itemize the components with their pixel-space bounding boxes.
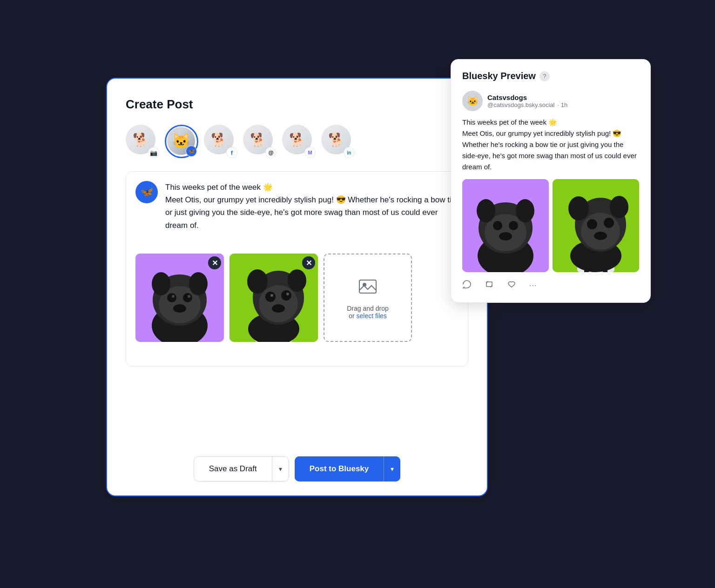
svg-point-32 <box>509 221 518 230</box>
svg-point-9 <box>152 272 170 295</box>
compose-header: 🦋 This weeks pet of the week 🌟 Meet Otis… <box>135 181 459 246</box>
post-button-group: Post to Bluesky ▾ <box>295 456 401 481</box>
account-avatar-1[interactable]: 📷 <box>126 125 159 158</box>
preview-image-1 <box>462 179 549 272</box>
bluesky-avatar: 🦋 <box>135 181 158 203</box>
image-upload-row: ✕ <box>135 254 459 342</box>
svg-point-8 <box>173 304 186 313</box>
svg-point-20 <box>270 294 273 297</box>
svg-point-43 <box>587 219 597 229</box>
bottom-actions: Save as Draft ▾ Post to Bluesky ▾ <box>107 456 487 481</box>
svg-point-19 <box>281 290 291 301</box>
avatar-row: 📷 🦋 f @ M <box>126 125 468 158</box>
preview-images <box>462 179 639 272</box>
remove-image-2-button[interactable]: ✕ <box>302 256 315 269</box>
save-draft-button[interactable]: Save as Draft <box>194 457 272 481</box>
svg-point-47 <box>610 196 628 218</box>
svg-point-46 <box>568 196 589 220</box>
account-avatar-3[interactable]: f <box>204 125 237 158</box>
platform-badge-instagram: 📷 <box>148 147 159 158</box>
preview-title-row: Bluesky Preview ? <box>462 71 639 81</box>
svg-point-18 <box>265 292 276 302</box>
save-draft-button-group: Save as Draft ▾ <box>194 456 289 481</box>
svg-point-24 <box>288 269 306 292</box>
reply-icon[interactable] <box>462 280 472 291</box>
remove-image-1-button[interactable]: ✕ <box>208 256 221 269</box>
image-thumb-2: ✕ <box>229 254 318 342</box>
preview-title: Bluesky Preview <box>462 71 536 81</box>
preview-handle: @catsvsdogs.bsky.social <box>487 101 554 108</box>
platform-badge-threads: @ <box>265 147 277 158</box>
upload-icon <box>358 276 378 301</box>
compose-textarea[interactable]: This weeks pet of the week 🌟 Meet Otis, … <box>165 181 459 246</box>
svg-point-34 <box>477 199 495 222</box>
save-draft-chevron-button[interactable]: ▾ <box>272 457 289 481</box>
preview-account-row: 🐱 Catsvsdogs @catsvsdogs.bsky.social · 1… <box>462 91 639 111</box>
select-files-link[interactable]: select files <box>356 312 386 320</box>
page-title: Create Post <box>126 97 468 112</box>
platform-badge-mastodon: M <box>304 147 316 158</box>
svg-point-4 <box>167 293 176 302</box>
svg-point-35 <box>516 199 534 222</box>
svg-point-42 <box>581 213 620 250</box>
butterfly-icon: 🦋 <box>141 186 153 198</box>
svg-point-45 <box>594 232 607 240</box>
platform-badge-linkedin: in <box>344 147 355 158</box>
preview-time: · 1h <box>557 101 567 108</box>
platform-badge-facebook: f <box>226 147 237 158</box>
compose-area: 🦋 This weeks pet of the week 🌟 Meet Otis… <box>126 171 468 367</box>
svg-point-7 <box>188 295 190 298</box>
svg-point-5 <box>183 293 192 302</box>
post-to-bluesky-button[interactable]: Post to Bluesky <box>295 456 384 481</box>
svg-point-44 <box>604 218 614 228</box>
svg-point-31 <box>493 221 502 230</box>
svg-point-6 <box>172 295 175 298</box>
like-icon[interactable] <box>507 280 516 291</box>
create-post-card: Create Post 📷 🦋 f @ <box>106 78 488 496</box>
repost-icon[interactable] <box>485 280 494 291</box>
drop-text: Drag and drop or select files <box>347 305 389 320</box>
preview-display-name: Catsvsdogs <box>487 94 567 101</box>
svg-rect-25 <box>359 280 376 293</box>
svg-point-33 <box>499 232 512 241</box>
more-icon[interactable]: ··· <box>529 281 537 290</box>
image-thumb-1: ✕ <box>135 254 224 342</box>
svg-point-23 <box>247 269 268 294</box>
svg-point-22 <box>272 304 285 313</box>
post-chevron-button[interactable]: ▾ <box>384 456 400 481</box>
preview-actions: ··· <box>462 280 639 291</box>
bluesky-preview-card: Bluesky Preview ? 🐱 Catsvsdogs @catsvsdo… <box>451 59 651 303</box>
svg-point-10 <box>189 272 208 295</box>
preview-image-2 <box>553 179 639 272</box>
account-avatar-2[interactable]: 🦋 <box>165 125 198 158</box>
account-avatar-6[interactable]: in <box>321 125 355 158</box>
platform-badge-bluesky: 🦋 <box>186 146 197 157</box>
preview-avatar: 🐱 <box>462 91 483 111</box>
svg-point-17 <box>259 285 298 322</box>
help-icon[interactable]: ? <box>540 71 550 81</box>
account-avatar-5[interactable]: M <box>282 125 316 158</box>
account-avatar-4[interactable]: @ <box>243 125 277 158</box>
preview-account-info: Catsvsdogs @catsvsdogs.bsky.social · 1h <box>487 94 567 108</box>
drop-zone[interactable]: Drag and drop or select files <box>324 254 412 342</box>
preview-post-text: This weeks pet of the week 🌟 Meet Otis, … <box>462 117 639 173</box>
svg-point-21 <box>286 293 289 295</box>
preview-handle-row: @catsvsdogs.bsky.social · 1h <box>487 101 567 108</box>
